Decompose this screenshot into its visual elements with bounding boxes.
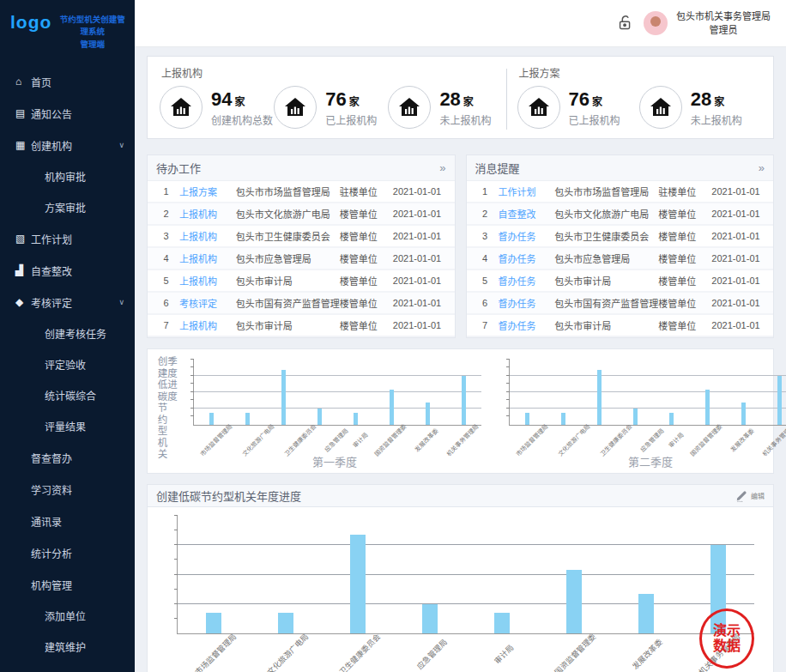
sidebar-item-assessment[interactable]: ◆考核评定∨ <box>0 287 135 318</box>
quarter-chart-plot <box>509 360 786 426</box>
table-row[interactable]: 1工作计划包头市市场监督管理局驻楼单位2021-01-01 <box>467 181 774 203</box>
plan-icon: ▧ <box>15 233 31 245</box>
sidebar-item-supervise[interactable]: 督查督办 <box>0 442 135 474</box>
table-row[interactable]: 4上报机构包头市应急管理局楼管单位2021-01-01 <box>148 248 455 270</box>
row-org: 包头市审计局 <box>236 318 340 332</box>
sidebar-subitem-carbon-stats[interactable]: 统计碳综合 <box>0 380 135 411</box>
row-type-link[interactable]: 上报机构 <box>179 251 236 265</box>
stats-group-plan: 上报方案 76家已上报机构28家未上报机构 <box>517 64 761 131</box>
row-type-link[interactable]: 督办任务 <box>499 318 555 332</box>
bar <box>669 413 674 424</box>
building-stat-icon <box>170 97 192 118</box>
row-date: 2021-01-01 <box>393 320 450 330</box>
stat-unit: 家 <box>714 94 724 108</box>
sidebar-subitem-acceptance[interactable]: 评定验收 <box>0 349 135 380</box>
row-type-link[interactable]: 督办任务 <box>499 229 555 243</box>
row-type-link[interactable]: 督办任务 <box>499 274 555 288</box>
row-unit-type: 楼管单位 <box>658 318 711 332</box>
table-row[interactable]: 6考核评定包头市国有资产监督管理委员楼管单位2021-01-01 <box>148 293 455 315</box>
top-header: 包头市机关事务管理局 管理员 <box>135 0 786 47</box>
annual-chart-xlabels: 市场监督管理局文化旅游广电局卫生健康委员会应急管理局审计局国资监督管理委发展改革… <box>177 637 753 671</box>
logo: logo <box>10 12 51 32</box>
messages-more-icon[interactable]: » <box>759 161 765 174</box>
row-org: 包头市审计局 <box>236 274 340 288</box>
row-org: 包头市审计局 <box>554 318 658 332</box>
table-row[interactable]: 7督办任务包头市审计局楼管单位2021-01-01 <box>467 315 774 337</box>
quarter-chart-xlabels: 市场监督管理局文化旅游广电局卫生健康委员会应急管理局审计局国资监督管理委发展改革… <box>509 428 786 457</box>
sidebar-subitem-org-approval[interactable]: 机构审批 <box>0 161 135 192</box>
sidebar-item-org-manage[interactable]: 机构管理 <box>0 569 135 601</box>
bar-slot <box>582 360 618 425</box>
logo-block: logo 节约型机关创建管理系统 管理端 <box>0 0 135 59</box>
row-unit-type: 楼管单位 <box>340 274 393 288</box>
sidebar-item-contacts[interactable]: 通讯录 <box>0 506 135 537</box>
row-type-link[interactable]: 上报机构 <box>179 229 236 243</box>
sidebar-item-create-org[interactable]: ▦创建机构∨ <box>0 130 135 161</box>
logout-lock-icon[interactable] <box>616 14 635 33</box>
sidebar-item-label: 自查整改 <box>31 263 124 278</box>
sidebar-item-work-plan[interactable]: ▧工作计划 <box>0 223 135 255</box>
quarter-chart-1: 市场监督管理局文化旅游广电局卫生健康委员会应急管理局审计局国资监督管理委发展改革… <box>181 356 488 469</box>
sidebar-item-home[interactable]: ⌂首页 <box>0 66 135 98</box>
row-type-link[interactable]: 督办任务 <box>499 251 555 265</box>
row-type-link[interactable]: 自查整改 <box>499 207 555 221</box>
stat-text: 76家已上报机构 <box>569 88 620 127</box>
user-info[interactable]: 包头市机关事务管理局 管理员 <box>676 9 771 38</box>
edit-button[interactable]: 编辑 <box>735 489 765 503</box>
chevron-down-icon: ∨ <box>118 298 124 306</box>
sidebar-item-materials[interactable]: 学习资料 <box>0 474 135 506</box>
user-avatar[interactable] <box>644 11 668 35</box>
table-row[interactable]: 3上报机构包头市卫生健康委员会楼管单位2021-01-01 <box>148 226 455 248</box>
sidebar-subitem-create-task[interactable]: 创建考核任务 <box>0 318 135 349</box>
bar <box>525 413 529 424</box>
row-org: 包头市市场监督管理局 <box>554 185 658 198</box>
table-row[interactable]: 5督办任务包头市审计局楼管单位2021-01-01 <box>467 270 774 293</box>
stat-item: 28家未上报机构 <box>639 86 761 129</box>
stat-unit: 家 <box>234 94 245 108</box>
stat-circle <box>388 86 431 129</box>
stat-text: 94家创建机构总数 <box>211 88 273 127</box>
sidebar-subitem-add-unit[interactable]: 添加单位 <box>0 601 135 632</box>
table-row[interactable]: 3督办任务包头市卫生健康委员会楼管单位2021-01-01 <box>467 226 774 248</box>
row-type-link[interactable]: 考核评定 <box>179 296 236 310</box>
bar-slot <box>373 360 409 425</box>
sidebar-menu: ⌂首页▤通知公告▦创建机构∨机构审批方案审批▧工作计划▟自查整改◆考核评定∨创建… <box>0 66 135 663</box>
table-row[interactable]: 2自查整改包头市文化旅游广电局楼管单位2021-01-01 <box>467 203 774 226</box>
table-row[interactable]: 6督办任务包头市国有资产监督管理委员楼管单位2021-01-01 <box>467 293 774 315</box>
stat-circle <box>274 86 317 129</box>
row-type-link[interactable]: 上报机构 <box>179 207 236 221</box>
sidebar-item-self-check[interactable]: ▟自查整改 <box>0 255 135 287</box>
annual-progress-card: 市场监督管理局文化旅游广电局卫生健康委员会应急管理局审计局国资监督管理委发展改革… <box>147 506 774 672</box>
table-row[interactable]: 5上报机构包头市审计局楼管单位2021-01-01 <box>148 270 455 293</box>
sidebar-subitem-rating-result[interactable]: 评量结果 <box>0 411 135 442</box>
row-type-link[interactable]: 上报机构 <box>179 318 236 332</box>
sidebar-subitem-plan-approval[interactable]: 方案审批 <box>0 192 135 223</box>
building-stat-icon <box>650 97 672 118</box>
row-type-link[interactable]: 工作计划 <box>499 185 555 198</box>
bar <box>741 403 746 425</box>
row-type-link[interactable]: 上报机构 <box>179 274 236 288</box>
bar <box>561 413 565 424</box>
bar-slot <box>761 360 786 425</box>
row-type-link[interactable]: 上报方案 <box>179 185 236 198</box>
sidebar-item-label: 统计分析 <box>31 546 124 560</box>
row-unit-type: 楼管单位 <box>658 296 711 310</box>
sidebar-item-stat-analysis[interactable]: 统计分析 <box>0 537 135 569</box>
bar <box>638 594 654 633</box>
table-row[interactable]: 4督办任务包头市应急管理局楼管单位2021-01-01 <box>467 248 774 270</box>
sidebar-subitem-building-maintain[interactable]: 建筑维护 <box>0 632 135 663</box>
todo-more-icon[interactable]: » <box>439 161 445 174</box>
row-index: 3 <box>153 231 179 241</box>
sidebar-item-notice[interactable]: ▤通知公告 <box>0 98 135 130</box>
stat-unit: 家 <box>349 94 360 108</box>
table-row[interactable]: 7上报机构包头市审计局楼管单位2021-01-01 <box>148 315 455 337</box>
row-type-link[interactable]: 督办任务 <box>499 296 555 310</box>
messages-panel-header: 消息提醒 » <box>467 155 774 181</box>
bar <box>245 413 250 424</box>
table-row[interactable]: 2上报机构包头市文化旅游广电局楼管单位2021-01-01 <box>148 203 455 226</box>
stat-label: 已上报机构 <box>569 112 620 127</box>
stat-unit: 家 <box>592 94 602 108</box>
row-date: 2021-01-01 <box>711 209 768 219</box>
stat-value: 76 <box>325 88 346 111</box>
table-row[interactable]: 1上报方案包头市市场监督管理局驻楼单位2021-01-01 <box>148 181 455 203</box>
